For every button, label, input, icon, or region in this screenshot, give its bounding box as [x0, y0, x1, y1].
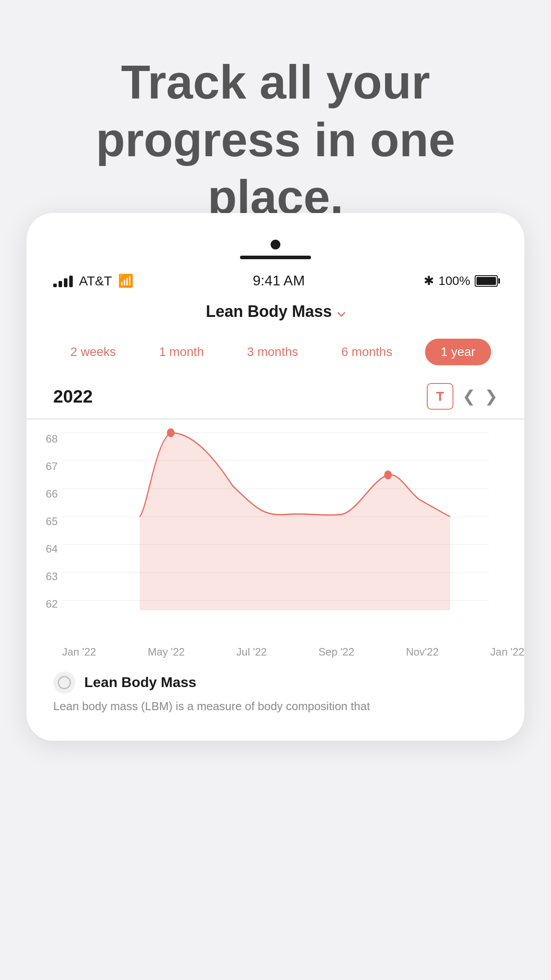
- signal-bar-3: [64, 278, 67, 287]
- filter-6months[interactable]: 6 months: [331, 340, 403, 364]
- phone-mockup: AT&T 📶 9:41 AM ✱ 100% Lean Body Mass ⌵ 2…: [27, 213, 524, 741]
- battery-fill: [476, 277, 496, 285]
- signal-bar-1: [53, 284, 57, 287]
- legend-title: Lean Body Mass: [84, 674, 197, 691]
- y-label-66: 66: [27, 488, 58, 500]
- x-label-jan22-start: Jan '22: [62, 646, 96, 658]
- chart-dot-peak: [167, 428, 174, 437]
- chart-svg-container: [62, 428, 489, 624]
- camera-dot: [271, 240, 280, 249]
- status-left: AT&T 📶: [53, 273, 134, 288]
- signal-bar-2: [59, 281, 62, 287]
- battery-percent: 100%: [438, 274, 470, 288]
- time-filter-bar: 2 weeks 1 month 3 months 6 months 1 year: [27, 334, 524, 379]
- y-axis: 62 63 64 65 66 67 68: [27, 428, 58, 615]
- screen-title-bar[interactable]: Lean Body Mass ⌵: [27, 293, 524, 334]
- x-label-may22: May '22: [148, 646, 185, 658]
- x-label-jan22-end: Jan '22: [490, 646, 524, 658]
- status-bar: AT&T 📶 9:41 AM ✱ 100%: [27, 264, 524, 293]
- legend-description: Lean body mass (LBM) is a measure of bod…: [27, 698, 524, 714]
- x-label-sep22: Sep '22: [319, 646, 354, 658]
- bluetooth-icon: ✱: [424, 273, 434, 288]
- x-axis: Jan '22 May '22 Jul '22 Sep '22 Nov'22 J…: [27, 641, 524, 658]
- signal-bar-4: [69, 276, 73, 287]
- legend-icon: [53, 672, 75, 694]
- prev-arrow-icon[interactable]: ❮: [462, 387, 476, 406]
- y-label-65: 65: [27, 515, 58, 528]
- screen-title-text: Lean Body Mass: [206, 302, 332, 321]
- carrier-label: AT&T: [79, 273, 112, 288]
- time-display: 9:41 AM: [253, 273, 305, 289]
- legend-section: Lean Body Mass: [27, 658, 524, 698]
- filter-2weeks[interactable]: 2 weeks: [60, 340, 127, 364]
- chart-area: 62 63 64 65 66 67 68: [27, 419, 524, 641]
- x-label-nov22: Nov'22: [406, 646, 439, 658]
- signal-icon: [53, 275, 73, 287]
- chart-svg: [62, 428, 489, 624]
- y-label-62: 62: [27, 598, 58, 610]
- wifi-icon: 📶: [118, 273, 134, 288]
- next-arrow-icon[interactable]: ❯: [484, 387, 498, 406]
- chart-dot-secondary: [384, 470, 392, 479]
- y-label-67: 67: [27, 460, 58, 473]
- chart-header: 2022 T ❮ ❯: [27, 379, 524, 419]
- filter-1month[interactable]: 1 month: [149, 340, 215, 364]
- chart-year-label: 2022: [53, 387, 93, 407]
- home-indicator: [240, 256, 311, 259]
- filter-1year[interactable]: 1 year: [425, 339, 492, 365]
- x-label-jul22: Jul '22: [236, 646, 267, 658]
- chart-controls: T ❮ ❯: [427, 383, 498, 410]
- battery-icon: [475, 275, 498, 287]
- status-right: ✱ 100%: [424, 273, 498, 288]
- y-label-63: 63: [27, 570, 58, 583]
- battery-visual: [475, 275, 498, 287]
- notch-area: [27, 231, 524, 264]
- hero-title: Track all your progress in one place.: [35, 53, 516, 226]
- y-label-64: 64: [27, 543, 58, 555]
- dropdown-arrow-icon[interactable]: ⌵: [337, 304, 345, 320]
- filter-3months[interactable]: 3 months: [236, 340, 309, 364]
- legend-icon-inner: [58, 676, 71, 689]
- y-label-68: 68: [27, 433, 58, 445]
- t-button[interactable]: T: [427, 383, 453, 410]
